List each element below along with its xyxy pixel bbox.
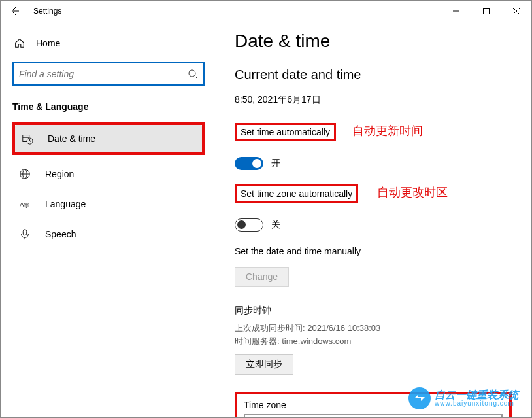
svg-point-4 bbox=[189, 70, 195, 77]
search-input[interactable] bbox=[19, 69, 188, 79]
timezone-select[interactable]: (UTC+08:00) 北京，重庆，香港特别行政区，乌鲁木齐 bbox=[244, 414, 503, 417]
home-label: Home bbox=[36, 38, 60, 48]
toggle-set-tz-auto[interactable] bbox=[235, 218, 263, 232]
search-input-wrap[interactable] bbox=[12, 62, 205, 86]
svg-rect-16 bbox=[23, 230, 26, 235]
annotation-set-time-auto: 自动更新时间 bbox=[352, 123, 423, 139]
close-button[interactable] bbox=[501, 1, 531, 22]
sync-server: 时间服务器: time.windows.com bbox=[235, 335, 512, 348]
section-heading-current: Current date and time bbox=[235, 67, 512, 82]
toggle-set-time-auto[interactable] bbox=[235, 157, 263, 170]
annotation-set-tz-auto: 自动更改时区 bbox=[377, 184, 448, 200]
set-tz-auto-label: Set time zone automatically bbox=[241, 188, 352, 199]
globe-icon bbox=[19, 168, 31, 180]
maximize-icon bbox=[483, 8, 490, 14]
svg-line-5 bbox=[195, 76, 197, 78]
back-arrow-icon bbox=[9, 6, 20, 16]
minimize-button[interactable] bbox=[441, 1, 471, 22]
svg-rect-1 bbox=[484, 9, 490, 14]
window-title: Settings bbox=[33, 7, 61, 16]
sync-title: 同步时钟 bbox=[235, 305, 512, 317]
watermark: 自云一键重装系统 www.baiyunxitong.com bbox=[408, 387, 518, 409]
highlight-box-datetime: Date & time bbox=[12, 122, 205, 155]
page-title: Date & time bbox=[235, 31, 512, 52]
calendar-clock-icon bbox=[22, 133, 33, 145]
svg-text:字: 字 bbox=[24, 203, 29, 209]
nav-item-label: Speech bbox=[45, 229, 76, 239]
sync-last: 上次成功同步时间: 2021/6/16 10:38:03 bbox=[235, 322, 512, 335]
search-icon bbox=[188, 69, 198, 79]
current-datetime: 8:50, 2021年6月17日 bbox=[235, 94, 512, 106]
svg-text:A: A bbox=[20, 201, 24, 208]
home-nav[interactable]: Home bbox=[12, 32, 205, 60]
change-button: Change bbox=[235, 267, 289, 287]
watermark-brand: 自云一键重装系统 bbox=[435, 390, 518, 400]
nav-item-language[interactable]: A字 Language bbox=[12, 190, 205, 218]
minimize-icon bbox=[453, 8, 459, 14]
manual-label: Set the date and time manually bbox=[235, 246, 512, 256]
category-label: Time & Language bbox=[12, 101, 205, 112]
maximize-button[interactable] bbox=[471, 1, 501, 22]
nav-item-label: Date & time bbox=[48, 133, 95, 144]
close-icon bbox=[513, 8, 520, 14]
nav-item-label: Region bbox=[45, 169, 74, 179]
set-time-auto-label: Set time automatically bbox=[241, 127, 330, 137]
highlight-box-set-time-auto: Set time automatically bbox=[235, 123, 336, 141]
back-button[interactable] bbox=[7, 4, 22, 18]
language-icon: A字 bbox=[19, 198, 31, 210]
nav-item-speech[interactable]: Speech bbox=[12, 220, 205, 248]
nav-item-date-time[interactable]: Date & time bbox=[15, 125, 202, 152]
watermark-domain: www.baiyunxitong.com bbox=[435, 400, 518, 407]
microphone-icon bbox=[19, 228, 31, 240]
home-icon bbox=[14, 37, 25, 49]
sync-now-button[interactable]: 立即同步 bbox=[235, 354, 293, 375]
toggle-state-set-time-auto: 开 bbox=[271, 158, 280, 169]
watermark-badge-icon bbox=[408, 387, 431, 409]
nav-item-region[interactable]: Region bbox=[12, 160, 205, 188]
toggle-state-set-tz-auto: 关 bbox=[271, 219, 280, 231]
highlight-box-set-tz-auto: Set time zone automatically bbox=[235, 184, 358, 203]
nav-item-label: Language bbox=[45, 199, 86, 209]
